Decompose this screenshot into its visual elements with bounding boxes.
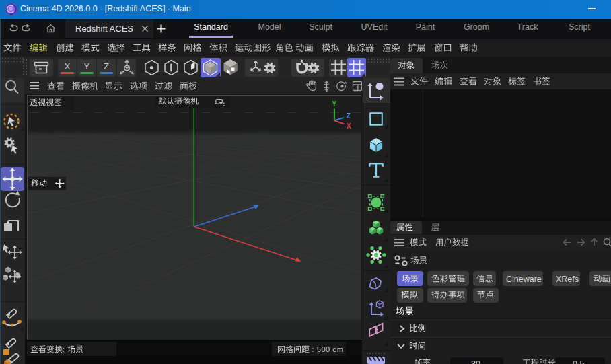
svg-text:Z: Z [104, 61, 109, 71]
svg-text:Z: Z [347, 112, 351, 120]
svg-text:X: X [65, 61, 71, 71]
svg-text:Y: Y [84, 61, 90, 71]
svg-text:X: X [347, 122, 351, 130]
svg-text:Y: Y [332, 100, 336, 108]
